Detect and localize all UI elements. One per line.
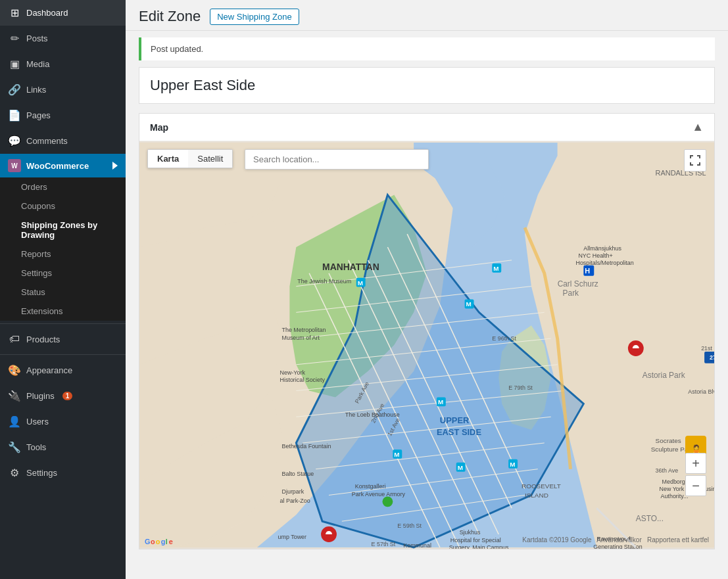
svg-text:The Jewish Museum: The Jewish Museum [297,278,351,285]
sidebar-item-reports[interactable]: Reports [0,244,126,264]
sidebar-item-links[interactable]: 🔗 Links [0,77,126,103]
shipping-zones-label: Shipping Zones by Drawing [21,220,118,240]
appearance-icon: 🎨 [8,364,21,377]
sidebar-item-label: Dashboard [26,8,68,18]
woocommerce-section[interactable]: W WooCommerce [0,154,126,177]
search-location-input[interactable] [245,149,429,170]
svg-text:Museum of Art: Museum of Art [282,335,320,341]
sidebar-item-dashboard[interactable]: ⊞ Dashboard [0,0,126,26]
zoom-in-button[interactable]: + [685,453,706,474]
svg-text:ISLAND: ISLAND [525,492,548,499]
svg-text:36th Ave: 36th Ave [656,467,679,474]
products-label: Products [26,335,60,344]
svg-text:M: M [394,451,399,458]
sidebar-item-shipping-zones[interactable]: Shipping Zones by Drawing [0,216,126,244]
svg-text:UPPER: UPPER [440,415,470,425]
svg-text:Bethesda Fountain: Bethesda Fountain [282,443,331,450]
svg-text:o: o [156,538,160,545]
sidebar-item-pages[interactable]: 📄 Pages [0,103,126,128]
svg-text:Astoria Blvd: Astoria Blvd [688,388,714,395]
svg-text:Allmänsjukhus: Allmänsjukhus [583,245,621,252]
svg-text:New-York: New-York [280,369,306,376]
sidebar: ⊞ Dashboard ✏ Posts ▣ Media 🔗 Links 📄 Pa… [0,0,126,579]
svg-text:Historical Society: Historical Society [280,377,326,383]
settings-label: Settings [26,468,57,478]
svg-text:Hospitals/Metropolitan: Hospitals/Metropolitan [575,260,633,266]
sidebar-item-settings[interactable]: ⚙ Settings [0,460,126,486]
map-tab-satellite[interactable]: Satellit [188,150,232,168]
map-svg: Park Ave 2nd Ave 1st Ave MANHATTAN UPPER… [139,141,714,549]
reports-label: Reports [21,249,51,259]
svg-text:M: M [466,300,472,308]
svg-text:Balto Statue: Balto Statue [282,471,314,477]
coupons-label: Coupons [21,201,55,211]
sidebar-item-comments[interactable]: 💬 Comments [0,128,126,154]
dashboard-icon: ⊞ [8,7,21,19]
map-section-header: Map ▲ [139,114,714,141]
sidebar-item-products[interactable]: 🏷 Products [0,327,126,352]
tools-icon: 🔧 [8,441,21,453]
svg-text:Surgery, Main Campus: Surgery, Main Campus [449,544,509,549]
svg-text:The Metropolitan: The Metropolitan [282,327,326,333]
sidebar-item-appearance[interactable]: 🎨 Appearance [0,358,126,383]
sidebar-item-plugins[interactable]: 🔌 Plugins 1 [0,383,126,409]
map-tab-karta[interactable]: Karta [148,150,188,168]
map-title: Map [150,122,168,133]
page-title: Edit Zone [139,8,201,25]
sidebar-item-tools[interactable]: 🔧 Tools [0,434,126,460]
sidebar-item-status[interactable]: Status [0,283,126,302]
svg-text:Park: Park [563,289,579,298]
woo-settings-label: Settings [21,268,52,278]
sidebar-item-media[interactable]: ▣ Media [0,51,126,77]
page-header: Edit Zone New Shipping Zone [126,0,728,31]
plugins-icon: 🔌 [8,390,21,402]
svg-text:Kommunal: Kommunal [403,542,431,549]
sidebar-item-label: Comments [26,136,68,146]
woocommerce-icon: W [8,159,21,172]
media-icon: ▣ [8,58,21,70]
users-label: Users [26,417,49,427]
woocommerce-submenu: Orders Coupons Shipping Zones by Drawing… [0,177,126,321]
zone-name-input[interactable] [139,68,714,103]
svg-text:E 79th St: E 79th St [508,384,533,391]
sidebar-item-extensions[interactable]: Extensions [0,302,126,321]
sidebar-item-woo-settings[interactable]: Settings [0,264,126,283]
svg-text:H: H [585,267,590,275]
post-updated-notice: Post updated. [139,37,715,60]
sidebar-item-label: Links [26,85,46,95]
svg-text:M: M [438,398,443,405]
kartdata-text: Kartdata ©2019 Google Användarvillkor Ra… [522,536,709,544]
svg-text:Park Avenue Armory: Park Avenue Armory [352,491,406,498]
appearance-label: Appearance [26,365,72,375]
plugins-label: Plugins [26,391,55,401]
svg-text:g: g [161,538,166,545]
sidebar-item-posts[interactable]: ✏ Posts [0,26,126,51]
extensions-label: Extensions [21,306,63,316]
svg-text:o: o [151,538,155,545]
comments-icon: 💬 [8,135,21,147]
new-shipping-zone-button[interactable]: New Shipping Zone [210,9,299,25]
svg-text:Carl Schurz: Carl Schurz [558,279,598,289]
search-location-wrapper [245,149,429,170]
svg-text:M: M [358,279,363,287]
main-content: Edit Zone New Shipping Zone Post updated… [126,0,728,579]
fullscreen-button[interactable] [684,149,706,172]
map-section: Map ▲ [139,113,715,549]
sidebar-item-orders[interactable]: Orders [0,177,126,197]
svg-text:E 57th St: E 57th St [372,541,396,547]
sidebar-item-coupons[interactable]: Coupons [0,197,126,216]
zoom-out-button[interactable]: − [685,475,706,496]
sidebar-item-label: Media [26,59,49,69]
svg-text:ASTO...: ASTO... [636,514,664,523]
svg-text:M: M [458,464,463,471]
notice-text: Post updated. [151,44,203,54]
woocommerce-label: WooCommerce [26,161,89,171]
pages-icon: 📄 [8,109,21,122]
sidebar-item-users[interactable]: 👤 Users [0,409,126,434]
svg-text:l: l [166,538,168,545]
collapse-map-icon[interactable]: ▲ [692,120,704,134]
svg-text:The Loeb Boathouse: The Loeb Boathouse [345,411,400,418]
svg-text:M: M [493,265,498,272]
woocommerce-arrow [112,162,118,170]
svg-text:278: 278 [710,354,714,361]
